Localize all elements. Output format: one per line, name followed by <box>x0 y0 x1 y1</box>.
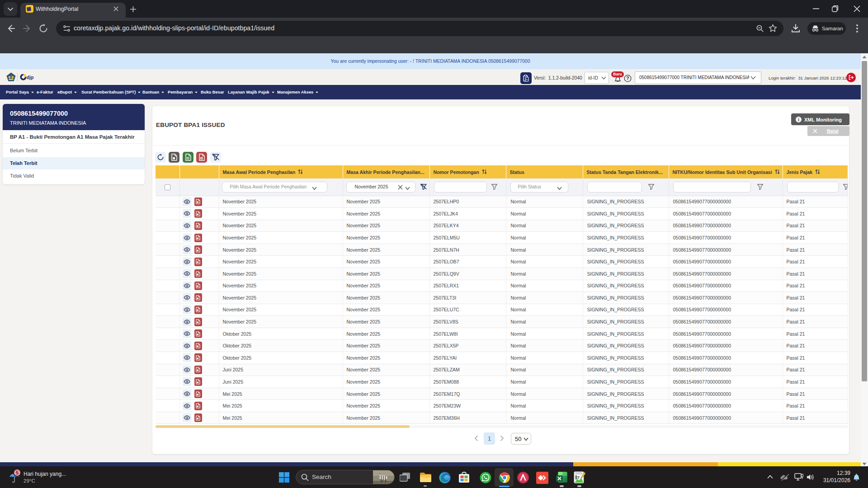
svg-text:?: ? <box>626 75 629 81</box>
